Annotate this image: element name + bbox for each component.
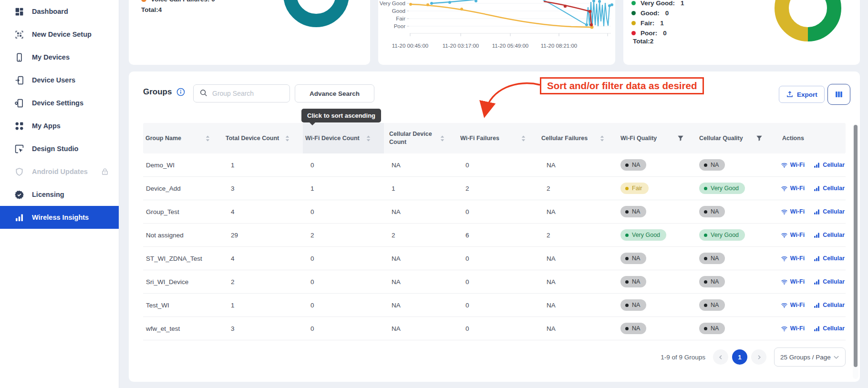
cell-total-device-count: 2: [223, 278, 303, 286]
previous-page-button[interactable]: [713, 349, 728, 365]
cell-cellular-failures: NA: [539, 255, 618, 262]
table-row: Device_Add 3 1 1 2 2 Fair Very Good Wi-F…: [143, 177, 846, 200]
cellular-quality-badge: Very Good: [699, 183, 745, 194]
sidebar-item-licensing[interactable]: Licensing: [0, 183, 119, 206]
column-header-wi-fi-device-count[interactable]: Wi-Fi Device Count: [303, 123, 384, 153]
y-axis-label: Good: [392, 8, 405, 14]
design-cursor-icon: [14, 144, 24, 154]
cell-cellular-quality: NA: [696, 159, 775, 171]
column-settings-button[interactable]: [827, 84, 850, 105]
cellular-action-link[interactable]: Cellular: [813, 302, 845, 309]
cell-wifi-quality: NA: [618, 299, 696, 311]
cellular-action-link[interactable]: Cellular: [813, 208, 845, 215]
cell-group-name: Demo_WI: [143, 162, 223, 169]
cell-wifi-quality: NA: [618, 159, 696, 171]
sidebar-item-my-apps[interactable]: My Apps: [0, 114, 119, 137]
sort-icon[interactable]: [599, 135, 605, 142]
wifi-action-link[interactable]: Wi-Fi: [781, 255, 805, 262]
wifi-action-link[interactable]: Wi-Fi: [781, 208, 805, 215]
wifi-icon: [781, 232, 788, 239]
cellular-action-link[interactable]: Cellular: [813, 325, 845, 332]
cell-cellular-failures: NA: [539, 325, 618, 332]
legend-dot: [631, 11, 636, 15]
cell-actions: Wi-Fi Cellular: [775, 185, 846, 192]
sort-icon[interactable]: [520, 135, 527, 142]
wifi-action-link[interactable]: Wi-Fi: [781, 278, 805, 286]
pagination-range: 1-9 of 9 Groups: [661, 354, 705, 361]
cell-actions: Wi-Fi Cellular: [775, 302, 846, 309]
cell-wifi-failures: 6: [458, 232, 539, 239]
groups-table: Group Name Total Device Count Wi-Fi Devi…: [143, 123, 846, 340]
export-button[interactable]: Export: [779, 86, 825, 103]
next-page-button[interactable]: [751, 349, 766, 365]
filter-icon[interactable]: [677, 135, 684, 142]
legend-dot: [631, 31, 636, 35]
wifi-action-link[interactable]: Wi-Fi: [781, 325, 805, 332]
sort-icon[interactable]: [205, 135, 211, 142]
sidebar-item-android-updates[interactable]: Android Updates: [0, 160, 119, 183]
device-settings-icon: [14, 98, 24, 108]
phone-icon: [14, 52, 24, 62]
advance-search-button[interactable]: Advance Search: [295, 84, 374, 102]
cell-cellular-device-count: NA: [384, 325, 458, 332]
wifi-action-link[interactable]: Wi-Fi: [781, 232, 805, 239]
cell-cellular-device-count: NA: [384, 278, 458, 286]
wifi-action-link[interactable]: Wi-Fi: [781, 162, 805, 169]
wifi-icon: [781, 208, 788, 215]
cell-wifi-quality: Very Good: [618, 229, 696, 241]
cell-cellular-failures: 2: [539, 185, 618, 192]
cellular-action-link[interactable]: Cellular: [813, 185, 845, 192]
table-scrollbar-track[interactable]: [853, 124, 858, 379]
x-axis-label: 11-20 03:17:00: [443, 43, 479, 49]
column-header-group-name[interactable]: Group Name: [143, 123, 223, 153]
cellular-icon: [813, 255, 820, 262]
cellular-action-link[interactable]: Cellular: [813, 278, 845, 286]
table-body: Demo_WI 1 0 NA 0 NA NA NA Wi-Fi Cellular…: [143, 153, 846, 340]
sidebar-item-new-device-setup[interactable]: New Device Setup: [0, 23, 119, 46]
legend-item-fair: Fair: 1: [631, 18, 684, 28]
sort-icon[interactable]: [365, 135, 372, 142]
cellular-action-link[interactable]: Cellular: [813, 232, 845, 239]
sort-icon[interactable]: [284, 135, 290, 142]
sidebar-item-dashboard[interactable]: Dashboard: [0, 0, 119, 23]
column-header-total-device-count[interactable]: Total Device Count: [223, 123, 303, 153]
cell-wifi-failures: 0: [458, 325, 539, 332]
cell-group-name: Test_WI: [143, 302, 223, 309]
sidebar-item-device-settings[interactable]: Device Settings: [0, 92, 119, 114]
y-axis-label: Poor: [394, 23, 405, 29]
cell-cellular-failures: NA: [539, 302, 618, 309]
sidebar-item-device-users[interactable]: Device Users: [0, 69, 119, 92]
cell-cellular-quality: NA: [696, 206, 775, 217]
sidebar-item-design-studio[interactable]: Design Studio: [0, 137, 119, 160]
column-header-cellular-device-count[interactable]: Cellular Device Count: [384, 123, 458, 153]
lock-icon: [101, 167, 109, 176]
current-page-button[interactable]: 1: [732, 349, 747, 365]
group-search-input[interactable]: [212, 90, 284, 97]
cell-wifi-failures: 0: [458, 255, 539, 262]
sidebar-item-wireless-insights[interactable]: Wireless Insights: [0, 206, 119, 229]
sidebar-item-my-devices[interactable]: My Devices: [0, 46, 119, 69]
column-header-cellular-failures[interactable]: Cellular Failures: [539, 123, 618, 153]
annotation-callout: Sort and/or filter data as desired: [540, 77, 704, 94]
cell-wifi-device-count: 2: [303, 232, 384, 239]
quality-total-label: Total:2: [633, 38, 653, 45]
column-header-wi-fi-quality[interactable]: Wi-Fi Quality: [618, 123, 696, 153]
wifi-action-link[interactable]: Wi-Fi: [781, 302, 805, 309]
column-header-wi-fi-failures[interactable]: Wi-Fi Failures: [458, 123, 539, 153]
voice-call-failures-legend: Voice Call Failures: 0: [141, 0, 215, 3]
cell-cellular-device-count: NA: [384, 255, 458, 262]
info-icon[interactable]: [176, 88, 185, 96]
cell-wifi-device-count: 0: [303, 302, 384, 309]
page-size-select[interactable]: 25 Groups / Page: [774, 347, 846, 367]
filter-icon[interactable]: [756, 135, 763, 142]
cellular-action-link[interactable]: Cellular: [813, 162, 845, 169]
cellular-icon: [813, 185, 820, 192]
cell-total-device-count: 3: [223, 325, 303, 332]
table-scrollbar-thumb[interactable]: [854, 125, 858, 367]
cell-group-name: wfw_et_test: [143, 325, 223, 332]
cell-actions: Wi-Fi Cellular: [775, 255, 846, 262]
column-header-cellular-quality[interactable]: Cellular Quality: [696, 123, 775, 153]
sort-icon[interactable]: [439, 135, 445, 142]
wifi-action-link[interactable]: Wi-Fi: [781, 185, 805, 192]
cellular-action-link[interactable]: Cellular: [813, 255, 845, 262]
